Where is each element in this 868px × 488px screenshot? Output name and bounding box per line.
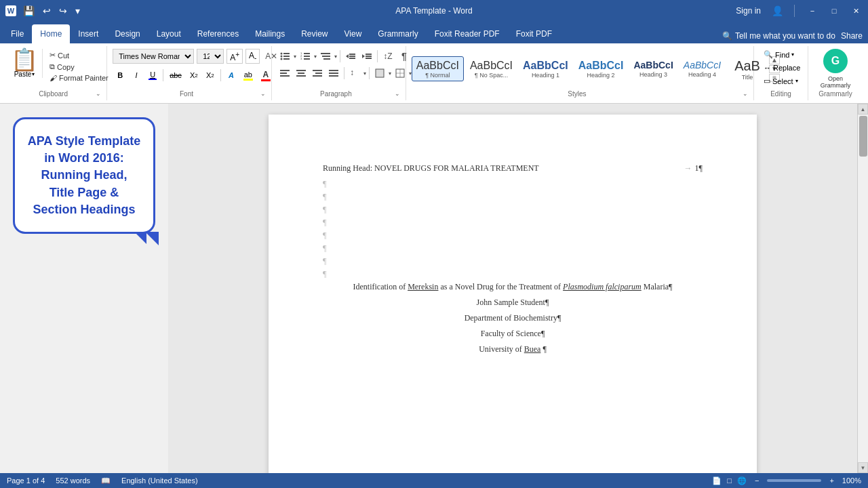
style-normal[interactable]: AaBbCcI ¶ Normal <box>412 56 464 81</box>
clipboard-expand[interactable]: ⌄ <box>96 90 101 97</box>
scroll-down-button[interactable]: ▼ <box>858 462 868 473</box>
style-heading3[interactable]: AaBbCcI Heading 3 <box>629 58 677 80</box>
customize-icon[interactable]: ▾ <box>73 4 83 18</box>
tab-layout[interactable]: Layout <box>149 24 189 43</box>
replace-button[interactable]: ↔ Replace <box>760 62 804 73</box>
sep-para-1 <box>340 50 340 62</box>
cut-button[interactable]: ✂ Cut <box>48 50 110 60</box>
style-no-spacing[interactable]: AaBbCcI ¶ No Spac... <box>466 57 517 81</box>
justify-button[interactable] <box>326 66 341 81</box>
header-arrow: → <box>684 163 692 174</box>
font-size-select[interactable]: 12 <box>197 49 224 64</box>
underline-button[interactable]: U <box>145 68 160 83</box>
title-mereksin: Mereksin <box>408 282 438 291</box>
paste-button[interactable]: 📋 Paste ▾ <box>11 49 43 78</box>
bullets-dropdown[interactable]: ▾ <box>294 54 296 60</box>
grow-font-button[interactable]: A+ <box>226 49 243 64</box>
editing-label: Editing <box>760 89 802 98</box>
style-heading2[interactable]: AaBbCcI Heading 2 <box>574 57 628 81</box>
proofing-icon[interactable]: 📖 <box>101 476 111 485</box>
para-mark-6: ¶ <box>323 243 703 253</box>
shading-button[interactable] <box>372 66 387 81</box>
list-row: ▾ 1.2.3. ▾ ▾ ↕Z ¶ <box>277 49 412 64</box>
font-expand[interactable]: ⌄ <box>260 90 266 97</box>
scrollbar-thumb[interactable] <box>859 116 867 157</box>
select-button[interactable]: ▭ Select ▾ <box>760 75 804 87</box>
callout-box: APA Style Template in Word 2016: Running… <box>13 117 155 234</box>
highlight-button[interactable]: ab <box>240 68 256 83</box>
shading-dropdown[interactable]: ▾ <box>389 70 391 77</box>
paste-label: Paste <box>14 70 32 78</box>
redo-icon[interactable]: ↪ <box>56 4 70 18</box>
tab-grammarly[interactable]: Grammarly <box>370 24 426 43</box>
style-normal-preview: AaBbCcI <box>416 59 459 72</box>
bullets-button[interactable] <box>277 49 292 64</box>
align-left-button[interactable] <box>277 66 292 81</box>
style-heading1[interactable]: AaBbCcI Heading 1 <box>519 57 572 81</box>
scroll-up-button[interactable]: ▲ <box>858 104 868 115</box>
subscript-button[interactable]: X2 <box>186 68 201 83</box>
multilevel-button[interactable] <box>318 49 333 64</box>
tab-insert[interactable]: Insert <box>70 24 106 43</box>
find-button[interactable]: 🔍 Find ▾ <box>760 49 804 60</box>
align-center-button[interactable] <box>294 66 309 81</box>
italic-button[interactable]: I <box>129 68 144 83</box>
tab-foxit-reader[interactable]: Foxit Reader PDF <box>427 24 508 43</box>
tab-references[interactable]: References <box>189 24 247 43</box>
styles-group-bottom: Styles ⌄ <box>412 89 748 98</box>
font-name-select[interactable]: Times New Roman <box>113 49 194 64</box>
read-mode-icon[interactable]: 📄 <box>712 476 722 485</box>
format-row: B I U abc X2 X2 A ab A <box>113 68 280 83</box>
zoom-slider[interactable] <box>767 479 821 482</box>
tab-view[interactable]: View <box>336 24 370 43</box>
superscript-button[interactable]: X2 <box>203 68 218 83</box>
text-effects-button[interactable]: A <box>224 68 239 83</box>
tab-foxit-pdf[interactable]: Foxit PDF <box>508 24 560 43</box>
tab-review[interactable]: Review <box>293 24 336 43</box>
separator-2 <box>220 69 221 81</box>
tell-me-field[interactable]: 🔍 Tell me what you want to do <box>722 31 835 41</box>
tab-mailings[interactable]: Mailings <box>247 24 293 43</box>
line-spacing-dropdown[interactable]: ▾ <box>363 70 366 77</box>
close-button[interactable]: ✕ <box>849 4 863 18</box>
numbering-dropdown[interactable]: ▾ <box>314 54 317 60</box>
document-department: Department of Biochemistry¶ <box>323 313 703 323</box>
minimize-button[interactable]: − <box>806 4 819 18</box>
sort-button[interactable]: ↕Z <box>380 49 395 64</box>
style-heading4[interactable]: AaBbCcI Heading 4 <box>679 58 725 80</box>
multilevel-dropdown[interactable]: ▾ <box>334 54 337 60</box>
borders-button[interactable] <box>393 66 408 81</box>
numbering-button[interactable]: 1.2.3. <box>298 49 313 64</box>
sign-in-button[interactable]: Sign in <box>736 6 761 16</box>
web-layout-icon[interactable]: 🌐 <box>737 476 747 485</box>
align-right-button[interactable] <box>310 66 325 81</box>
save-icon[interactable]: 💾 <box>20 4 37 18</box>
strikethrough-button[interactable]: abc <box>166 68 185 83</box>
tab-file[interactable]: File <box>3 24 32 43</box>
svg-text:↕: ↕ <box>350 68 354 77</box>
share-button[interactable]: Share <box>841 31 863 41</box>
bold-button[interactable]: B <box>113 68 127 83</box>
tab-home[interactable]: Home <box>32 24 70 43</box>
zoom-out-button[interactable]: − <box>755 476 759 485</box>
format-painter-button[interactable]: 🖌 Format Painter <box>48 73 110 83</box>
cut-icon: ✂ <box>50 51 56 60</box>
language-label[interactable]: English (United States) <box>121 476 198 485</box>
increase-indent-button[interactable] <box>359 49 374 64</box>
undo-icon[interactable]: ↩ <box>40 4 54 18</box>
print-layout-icon[interactable]: □ <box>727 476 732 485</box>
style-no-spacing-label: ¶ No Spac... <box>475 72 508 79</box>
copy-button[interactable]: ⧉ Copy <box>48 62 110 72</box>
maximize-button[interactable]: □ <box>827 4 841 18</box>
tab-design[interactable]: Design <box>106 24 148 43</box>
para-expand[interactable]: ⌄ <box>395 90 400 97</box>
decrease-indent-button[interactable] <box>343 49 358 64</box>
document-area[interactable]: Running Head: NOVEL DRUGS FOR MALARIA TR… <box>168 104 857 473</box>
zoom-in-button[interactable]: + <box>829 476 833 485</box>
grammarly-open-button[interactable]: G <box>823 49 848 73</box>
shrink-font-button[interactable]: A- <box>245 49 260 64</box>
styles-expand-btn[interactable]: ⌄ <box>743 90 748 97</box>
zoom-level[interactable]: 100% <box>842 476 861 485</box>
scrollbar-track <box>858 115 868 462</box>
line-spacing-button[interactable]: ↕ <box>347 66 362 81</box>
